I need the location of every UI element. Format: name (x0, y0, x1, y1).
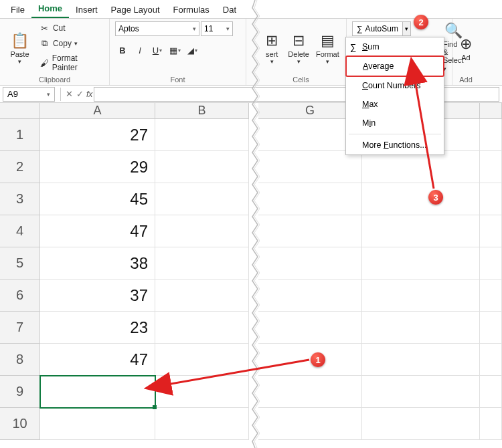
tab-file[interactable]: File (4, 2, 31, 18)
cell[interactable] (155, 119, 249, 151)
cut-button[interactable]: ✂ Cut (37, 23, 104, 34)
bold-button[interactable]: B (115, 43, 130, 58)
cell[interactable] (480, 312, 502, 344)
cell[interactable] (258, 279, 362, 312)
menu-label: verage (368, 62, 394, 71)
cell[interactable] (480, 119, 502, 151)
callout-3: 3 (428, 190, 443, 205)
row-header[interactable]: 8 (0, 344, 40, 376)
insert-cells-button[interactable]: ⊞ sert▾ (261, 21, 282, 74)
cell[interactable]: 47 (40, 215, 155, 247)
row-header[interactable]: 9 (0, 376, 40, 408)
font-name-combo[interactable]: Aptos▾ (115, 21, 199, 36)
cell[interactable] (480, 215, 502, 247)
chevron-down-icon: ▾ (47, 91, 50, 98)
delete-cells-button[interactable]: ⊟ Delete▾ (285, 21, 311, 74)
cell[interactable] (258, 408, 362, 440)
enter-icon[interactable]: ✓ (74, 89, 85, 99)
cell[interactable] (362, 279, 480, 312)
autosum-dropdown[interactable]: ▾ (402, 22, 410, 35)
tab-insert[interactable]: Insert (69, 2, 104, 18)
menu-item-min[interactable]: Min (346, 114, 444, 132)
cell[interactable] (362, 247, 480, 279)
copy-button[interactable]: ⧉ Copy ▾ (37, 37, 104, 49)
menu-label: unctions... (389, 140, 427, 150)
cell[interactable] (155, 344, 249, 376)
row-header[interactable]: 7 (0, 312, 40, 344)
cell[interactable] (40, 408, 155, 440)
row-header[interactable]: 3 (0, 183, 40, 215)
row-header[interactable]: 10 (0, 408, 40, 440)
underline-button[interactable]: U▾ (150, 43, 165, 58)
cell[interactable] (258, 151, 362, 183)
cell[interactable] (155, 279, 249, 312)
col-header[interactable]: A (40, 103, 155, 119)
cell[interactable] (362, 376, 480, 408)
cell[interactable] (362, 215, 480, 247)
cell[interactable]: 29 (40, 151, 155, 183)
fill-color-button[interactable]: ◢▾ (185, 43, 199, 58)
cell[interactable]: 27 (40, 119, 155, 151)
cell[interactable] (362, 183, 480, 215)
row-header[interactable]: 2 (0, 151, 40, 183)
row-header[interactable]: 4 (0, 215, 40, 247)
cell[interactable]: 47 (40, 344, 155, 376)
addins-button[interactable]: ⊕ Ad (458, 21, 474, 74)
tab-data[interactable]: Dat (216, 2, 243, 18)
name-box[interactable]: A9▾ (3, 87, 55, 102)
cell[interactable] (258, 247, 362, 279)
cell[interactable] (480, 183, 502, 215)
cell[interactable] (362, 408, 480, 440)
cell[interactable] (155, 183, 249, 215)
cancel-icon[interactable]: ✕ (64, 89, 74, 99)
menu-item-count[interactable]: Count Numbers (346, 76, 444, 95)
italic-button[interactable]: I (133, 43, 147, 58)
borders-button[interactable]: ▦▾ (167, 43, 182, 58)
col-header[interactable]: B (155, 103, 249, 119)
format-cells-button[interactable]: ▤ Format▾ (315, 21, 341, 74)
cell[interactable] (258, 376, 362, 408)
cell[interactable]: 23 (40, 312, 155, 344)
font-size-combo[interactable]: 11▾ (201, 21, 233, 36)
select-all-corner[interactable] (0, 103, 40, 119)
cell[interactable]: 38 (40, 247, 155, 279)
cell[interactable]: 45 (40, 183, 155, 215)
menu-item-average[interactable]: Average (345, 55, 444, 77)
cell[interactable] (258, 183, 362, 215)
cell[interactable] (155, 312, 249, 344)
tab-page-layout[interactable]: Page Layout (104, 2, 167, 18)
row-header[interactable]: 1 (0, 119, 40, 151)
cell[interactable] (258, 215, 362, 247)
menu-label: ax (369, 100, 378, 109)
paste-button[interactable]: 📋 Paste ▾ (5, 21, 34, 74)
cell[interactable] (155, 151, 249, 183)
cell[interactable] (480, 344, 502, 376)
cell[interactable] (480, 408, 502, 440)
cell[interactable] (480, 279, 502, 312)
cell[interactable] (155, 215, 249, 247)
row-header[interactable]: 6 (0, 279, 40, 312)
cell[interactable] (155, 247, 249, 279)
menu-item-more-functions[interactable]: More Functions... (346, 136, 444, 154)
menu-item-max[interactable]: Max (346, 95, 444, 114)
fx-icon[interactable]: fx (86, 90, 92, 99)
autosum-button[interactable]: ∑ AutoSum (353, 24, 402, 33)
menu-item-sum[interactable]: ∑ Sum (346, 37, 444, 56)
col-header[interactable] (480, 103, 502, 119)
cell[interactable] (155, 376, 249, 408)
tab-home[interactable]: Home (31, 1, 69, 18)
cell[interactable] (480, 151, 502, 183)
cell[interactable] (362, 312, 480, 344)
cell[interactable] (362, 344, 480, 376)
format-painter-button[interactable]: 🖌 Format Painter (37, 53, 104, 73)
row-header[interactable]: 5 (0, 247, 40, 279)
tab-formulas[interactable]: Formulas (167, 2, 216, 18)
cell[interactable] (155, 408, 249, 440)
cell-selected[interactable] (40, 376, 155, 408)
cell[interactable]: 37 (40, 279, 155, 312)
cell[interactable] (480, 376, 502, 408)
cell[interactable] (480, 247, 502, 279)
clipboard-icon: 📋 (11, 31, 29, 50)
cell[interactable] (258, 312, 362, 344)
cell[interactable] (362, 151, 480, 183)
